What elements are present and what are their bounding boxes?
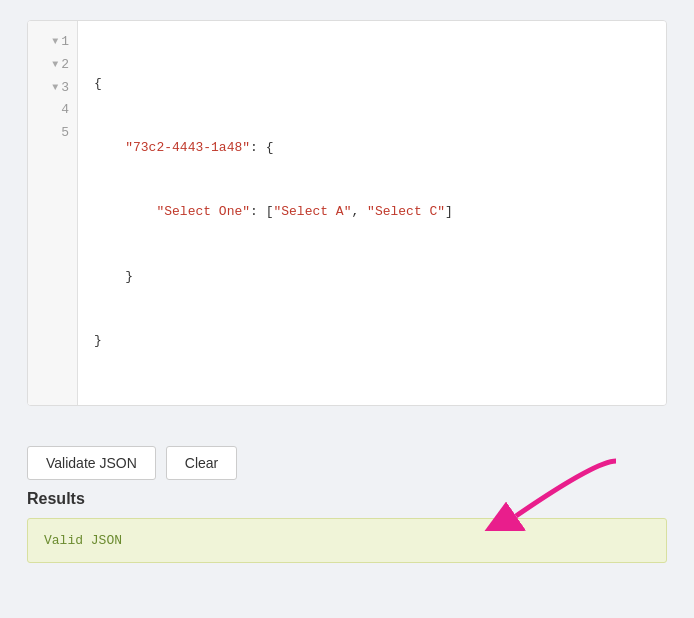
arrow-icon — [456, 451, 636, 531]
code-editor[interactable]: ▼ 1 ▼ 2 ▼ 3 4 5 { "73c2-4443-1a48": { — [28, 21, 666, 405]
code-line-3: "Select One": ["Select A", "Select C"] — [94, 201, 650, 224]
code-line-1: { — [94, 73, 650, 96]
clear-button[interactable]: Clear — [166, 446, 237, 480]
line-number-4: 4 — [58, 99, 69, 122]
results-section: Results Valid JSON — [27, 490, 667, 563]
results-box: Valid JSON — [27, 518, 667, 563]
line-number-3: ▼ 3 — [52, 77, 69, 100]
toggle-1[interactable]: ▼ — [52, 34, 58, 50]
code-line-5: } — [94, 330, 650, 353]
line-numbers: ▼ 1 ▼ 2 ▼ 3 4 5 — [28, 21, 78, 405]
line-number-5: 5 — [58, 122, 69, 145]
valid-json-message: Valid JSON — [44, 533, 122, 548]
toggle-2[interactable]: ▼ — [52, 57, 58, 73]
editor-container: ▼ 1 ▼ 2 ▼ 3 4 5 { "73c2-4443-1a48": { — [27, 20, 667, 406]
code-line-2: "73c2-4443-1a48": { — [94, 137, 650, 160]
line-number-1: ▼ 1 — [52, 31, 69, 54]
code-line-4: } — [94, 266, 650, 289]
code-text[interactable]: { "73c2-4443-1a48": { "Select One": ["Se… — [78, 21, 666, 405]
line-number-2: ▼ 2 — [52, 54, 69, 77]
validate-json-button[interactable]: Validate JSON — [27, 446, 156, 480]
toggle-3[interactable]: ▼ — [52, 80, 58, 96]
